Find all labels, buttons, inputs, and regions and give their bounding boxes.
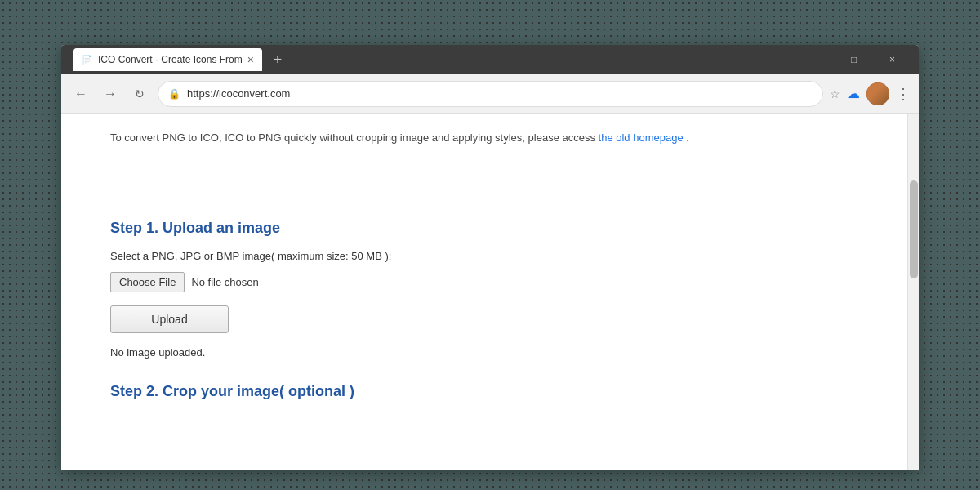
scrollbar-track[interactable] bbox=[907, 114, 919, 470]
refresh-button[interactable]: ↻ bbox=[128, 82, 151, 105]
tab-title: ICO Convert - Create Icons From bbox=[98, 54, 243, 65]
tab-close-button[interactable]: × bbox=[247, 54, 254, 65]
browser-window: 📄 ICO Convert - Create Icons From × + — … bbox=[61, 45, 919, 470]
upload-button[interactable]: Upload bbox=[110, 305, 229, 333]
tab-favicon: 📄 bbox=[82, 55, 93, 65]
maximize-button[interactable]: □ bbox=[835, 45, 872, 74]
tab-bar: 📄 ICO Convert - Create Icons From × + bbox=[69, 48, 797, 71]
cloud-icon[interactable]: ☁ bbox=[847, 86, 860, 101]
titlebar: 📄 ICO Convert - Create Icons From × + — … bbox=[61, 45, 919, 74]
new-tab-button[interactable]: + bbox=[266, 48, 289, 71]
close-button[interactable]: × bbox=[874, 45, 911, 74]
window-controls: — □ × bbox=[797, 45, 911, 74]
avatar-image bbox=[866, 82, 889, 105]
lock-icon: 🔒 bbox=[168, 88, 180, 100]
back-button[interactable]: ← bbox=[69, 82, 92, 105]
notice-suffix: . bbox=[686, 131, 689, 144]
active-tab[interactable]: 📄 ICO Convert - Create Icons From × bbox=[74, 48, 262, 71]
select-label: Select a PNG, JPG or BMP image( maximum … bbox=[110, 250, 866, 262]
file-input-row: Choose File No file chosen bbox=[110, 272, 866, 292]
scrollbar-thumb[interactable] bbox=[910, 180, 918, 278]
forward-button[interactable]: → bbox=[99, 82, 122, 105]
address-bar: ← → ↻ 🔒 https://icoconvert.com ☆ ☁ ⋮ bbox=[61, 74, 919, 114]
minimize-button[interactable]: — bbox=[797, 45, 834, 74]
choose-file-button[interactable]: Choose File bbox=[110, 272, 185, 292]
chrome-menu-icon[interactable]: ⋮ bbox=[896, 85, 911, 103]
url-text: https://icoconvert.com bbox=[187, 87, 813, 100]
notice-text: To convert PNG to ICO, ICO to PNG quickl… bbox=[110, 130, 866, 146]
step2-heading: Step 2. Crop your image( optional ) bbox=[110, 383, 866, 400]
step1-heading: Step 1. Upload an image bbox=[110, 220, 866, 237]
page-content: To convert PNG to ICO, ICO to PNG quickl… bbox=[61, 114, 907, 470]
no-image-status: No image uploaded. bbox=[110, 346, 866, 359]
old-homepage-link[interactable]: the old homepage bbox=[599, 131, 684, 144]
avatar[interactable] bbox=[866, 82, 889, 105]
content-area: To convert PNG to ICO, ICO to PNG quickl… bbox=[61, 114, 919, 470]
url-bar[interactable]: 🔒 https://icoconvert.com bbox=[158, 81, 823, 107]
page-inner: To convert PNG to ICO, ICO to PNG quickl… bbox=[61, 114, 907, 416]
no-file-text: No file chosen bbox=[191, 276, 258, 288]
notice-prefix: To convert PNG to ICO, ICO to PNG quickl… bbox=[110, 131, 599, 144]
bookmark-icon[interactable]: ☆ bbox=[830, 87, 840, 100]
spacer bbox=[110, 171, 866, 220]
